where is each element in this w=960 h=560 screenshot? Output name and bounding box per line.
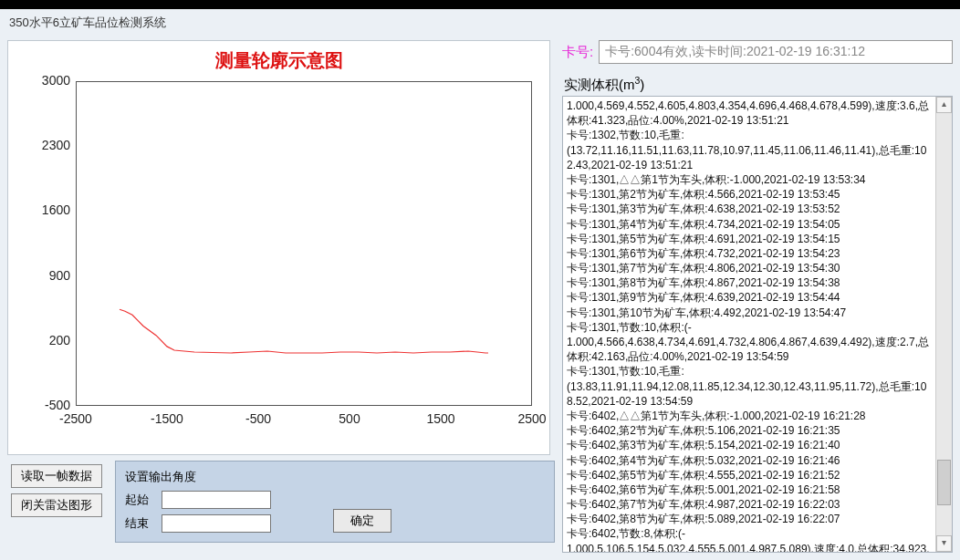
scroll-up-icon[interactable]: ▴ bbox=[936, 97, 952, 113]
scrollbar[interactable]: ▴ ▾ bbox=[935, 97, 952, 552]
scroll-track[interactable] bbox=[936, 113, 952, 535]
volume-header: 实测体积(m3) bbox=[564, 75, 953, 94]
close-radar-button[interactable]: 闭关雷达图形 bbox=[11, 493, 102, 517]
right-column: 卡号: 卡号:6004有效,读卡时间:2021-02-19 16:31:12 实… bbox=[562, 40, 953, 553]
angle-start-input[interactable] bbox=[162, 491, 271, 509]
button-column: 读取一帧数据 闭关雷达图形 bbox=[7, 461, 106, 543]
chart-title: 测量轮廓示意图 bbox=[14, 48, 544, 73]
scroll-thumb[interactable] bbox=[937, 460, 951, 505]
content-area: 测量轮廓示意图 300023001600900200-500-2500-1500… bbox=[0, 35, 960, 560]
card-field[interactable]: 卡号:6004有效,读卡时间:2021-02-19 16:31:12 bbox=[599, 40, 953, 64]
card-row: 卡号: 卡号:6004有效,读卡时间:2021-02-19 16:31:12 bbox=[562, 40, 953, 64]
angle-panel-title: 设置输出角度 bbox=[125, 469, 545, 485]
angle-end-input[interactable] bbox=[162, 514, 271, 533]
angle-panel: 设置输出角度 起始 结束 确定 bbox=[115, 461, 555, 543]
left-column: 测量轮廓示意图 300023001600900200-500-2500-1500… bbox=[7, 40, 555, 553]
log-panel: 1.000,4.569,4.552,4.605,4.803,4.354,4.69… bbox=[562, 96, 953, 553]
window-title: 350水平6立矿车品位检测系统 bbox=[0, 9, 960, 35]
read-frame-button[interactable]: 读取一帧数据 bbox=[11, 464, 102, 488]
scroll-down-icon[interactable]: ▾ bbox=[936, 535, 952, 552]
chart-panel: 测量轮廓示意图 300023001600900200-500-2500-1500… bbox=[7, 40, 550, 455]
confirm-button[interactable]: 确定 bbox=[333, 509, 391, 533]
app-window: 350水平6立矿车品位检测系统 测量轮廓示意图 3000230016009002… bbox=[0, 9, 960, 560]
card-label: 卡号: bbox=[562, 44, 593, 61]
angle-end-label: 结束 bbox=[125, 515, 156, 532]
control-row: 读取一帧数据 闭关雷达图形 设置输出角度 起始 结束 bbox=[7, 461, 555, 543]
angle-start-label: 起始 bbox=[125, 492, 156, 508]
log-textarea[interactable]: 1.000,4.569,4.552,4.605,4.803,4.354,4.69… bbox=[563, 97, 935, 552]
chart-plot-area[interactable] bbox=[76, 81, 532, 406]
os-titlebar bbox=[0, 0, 960, 9]
